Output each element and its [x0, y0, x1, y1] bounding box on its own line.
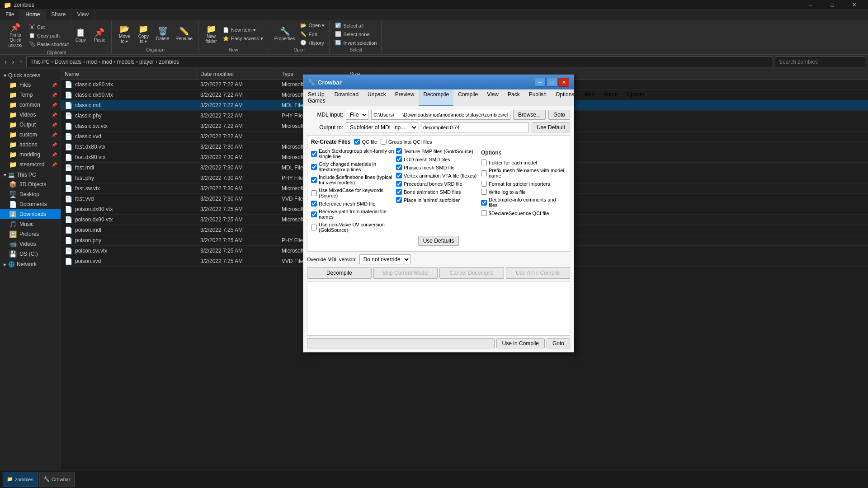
menu-publish[interactable]: Publish [524, 89, 551, 106]
close-button[interactable]: ✕ [844, 0, 864, 10]
properties-button[interactable]: 🔧 Properties [272, 25, 298, 43]
crowbar-minimize-button[interactable]: ─ [535, 78, 546, 87]
menu-download[interactable]: Download [330, 89, 363, 106]
browse-button[interactable]: Browse... [513, 110, 546, 120]
forward-button[interactable]: › [10, 57, 16, 66]
only-changed-checkbox[interactable] [311, 164, 317, 170]
menu-unpack[interactable]: Unpack [363, 89, 391, 106]
up-button[interactable]: ↑ [18, 57, 24, 66]
edit-button[interactable]: ✏️ Edit [298, 30, 326, 38]
tab-file[interactable]: File [0, 10, 20, 20]
sidebar-item-music[interactable]: 🎵 Music [0, 219, 61, 229]
sidebar-item-custom[interactable]: 📁 custom 📌 [0, 130, 61, 140]
use-non-valve-checkbox[interactable] [311, 225, 317, 230]
qc-file-checkbox[interactable] [354, 139, 360, 145]
output-value-input[interactable] [421, 122, 529, 132]
taskbar-crowbar-button[interactable]: 🔧 Crowbar [39, 472, 75, 487]
sidebar-item-desktop[interactable]: 🖥️ Desktop [0, 189, 61, 199]
sidebar-item-modding[interactable]: 📁 modding 📌 [0, 150, 61, 160]
sidebar-item-files[interactable]: 📁 Files 📌 [0, 80, 61, 90]
network-header[interactable]: ▸ 🌐 Network [0, 260, 61, 269]
goto-bottom-button[interactable]: Goto [547, 338, 570, 348]
sidebar-item-os-c[interactable]: 💾 OS (C:) [0, 249, 61, 259]
paste-shortcut-button[interactable]: 📎 Paste shortcut [27, 40, 71, 48]
sidebar-item-3d-objects[interactable]: 📦 3D Objects [0, 179, 61, 189]
copy-path-button[interactable]: 📋 Copy path [27, 32, 71, 39]
crowbar-maximize-button[interactable]: □ [547, 78, 557, 87]
use-in-compile-button[interactable]: Use in Compile [496, 338, 545, 348]
sidebar-item-temp[interactable]: 📁 Temp 📌 [0, 90, 61, 100]
minimize-button[interactable]: ─ [800, 0, 821, 10]
address-path-input[interactable] [26, 56, 773, 67]
each-stexturegroup-checkbox[interactable] [311, 151, 317, 157]
pin-to-quick-button[interactable]: 📌 Pin to Quickaccess [5, 22, 26, 49]
prefix-mesh-checkbox[interactable] [481, 170, 487, 176]
sidebar-item-documents[interactable]: 📄 Documents [0, 199, 61, 209]
paste-button[interactable]: 📌 Paste [90, 27, 108, 44]
remove-path-checkbox[interactable] [311, 211, 317, 217]
easy-access-button[interactable]: ⭐ Easy access ▾ [221, 35, 265, 42]
sidebar-item-pictures[interactable]: 🖼️ Pictures [0, 229, 61, 239]
back-button[interactable]: ‹ [3, 57, 9, 66]
sdeclare-checkbox[interactable] [481, 210, 487, 216]
crowbar-close-button[interactable]: ✕ [558, 78, 569, 87]
mdl-path-input[interactable] [371, 110, 510, 120]
sidebar-item-videos[interactable]: 📁 Videos 📌 [0, 110, 61, 120]
use-defaults-button[interactable]: Use Defaults [418, 236, 459, 246]
maximize-button[interactable]: □ [822, 0, 843, 10]
texture-bmp-checkbox[interactable] [396, 148, 402, 154]
taskbar-explorer-button[interactable]: 📁 zombies [3, 472, 38, 487]
history-button[interactable]: 🕐 History [298, 39, 326, 47]
menu-update[interactable]: Update [622, 89, 649, 106]
cancel-decompile-button[interactable]: Cancel Decompile [439, 267, 504, 279]
invert-selection-button[interactable]: 🔄 Invert selection [333, 39, 378, 47]
output-mode-select[interactable]: Subfolder of MDL inp... [346, 122, 418, 132]
quick-access-header[interactable]: ▾ Quick access [0, 71, 61, 80]
decompile-button[interactable]: Decompile [307, 267, 372, 279]
rename-button[interactable]: ✏️ Rename [173, 25, 195, 43]
reference-mesh-checkbox[interactable] [311, 201, 317, 206]
mdl-mode-select[interactable]: File [346, 110, 368, 120]
group-qci-checkbox[interactable] [381, 139, 387, 145]
tab-view[interactable]: View [71, 10, 94, 20]
skip-current-model-button[interactable]: Skip Current Model [373, 267, 438, 279]
menu-preview[interactable]: Preview [391, 89, 419, 106]
vertex-anim-checkbox[interactable] [396, 173, 402, 178]
menu-options[interactable]: Options [551, 89, 579, 106]
place-in-anims-checkbox[interactable] [396, 197, 402, 203]
cut-button[interactable]: ✂️ Cut [27, 23, 71, 31]
sidebar-item-downloads[interactable]: ⬇️ Downloads [0, 209, 61, 219]
this-pc-header[interactable]: ▾ 💻 This PC [0, 170, 61, 179]
sidebar-item-steamcmd[interactable]: 📁 steamcmd 📌 [0, 160, 61, 169]
move-to-button[interactable]: 📂 Moveto ▾ [115, 23, 133, 46]
new-folder-button[interactable]: 📁 Newfolder [202, 23, 220, 46]
sidebar-item-videos-pc[interactable]: 📹 Videos [0, 239, 61, 249]
menu-compile[interactable]: Compile [453, 89, 482, 106]
include-sdefinebone-checkbox[interactable] [311, 177, 317, 183]
decompile-info-checkbox[interactable] [481, 200, 487, 206]
copy-button[interactable]: 📋 Copy [71, 27, 90, 44]
use-default-button[interactable]: Use Default [532, 122, 570, 132]
bottom-path-input[interactable] [307, 338, 495, 348]
write-log-checkbox[interactable] [481, 189, 487, 195]
use-mixedcase-checkbox[interactable] [311, 190, 317, 196]
col-header-name[interactable]: Name [61, 69, 197, 79]
new-item-button[interactable]: 📄 New item ▾ [221, 26, 265, 34]
override-select[interactable]: Do not override [359, 254, 410, 264]
search-input[interactable] [775, 56, 865, 67]
sidebar-item-output[interactable]: 📁 Output 📌 [0, 120, 61, 130]
bone-anim-checkbox[interactable] [396, 189, 402, 195]
sidebar-item-common[interactable]: 📁 common 📌 [0, 100, 61, 110]
menu-help[interactable]: Help [579, 89, 599, 106]
format-stricter-checkbox[interactable] [481, 181, 487, 187]
copy-to-button[interactable]: 📁 Copyto ▾ [134, 23, 152, 46]
procedural-bones-checkbox[interactable] [396, 181, 402, 187]
menu-setup-games[interactable]: Set Up Games [303, 89, 330, 106]
physics-mesh-checkbox[interactable] [396, 164, 402, 170]
tab-share[interactable]: Share [46, 10, 71, 20]
delete-button[interactable]: 🗑️ Delete [153, 25, 172, 43]
col-header-date[interactable]: Date modified [197, 69, 278, 79]
select-all-button[interactable]: ☑️ Select all [333, 22, 378, 29]
qc-file-row[interactable]: QC file [354, 138, 377, 145]
menu-pack[interactable]: Pack [503, 89, 524, 106]
